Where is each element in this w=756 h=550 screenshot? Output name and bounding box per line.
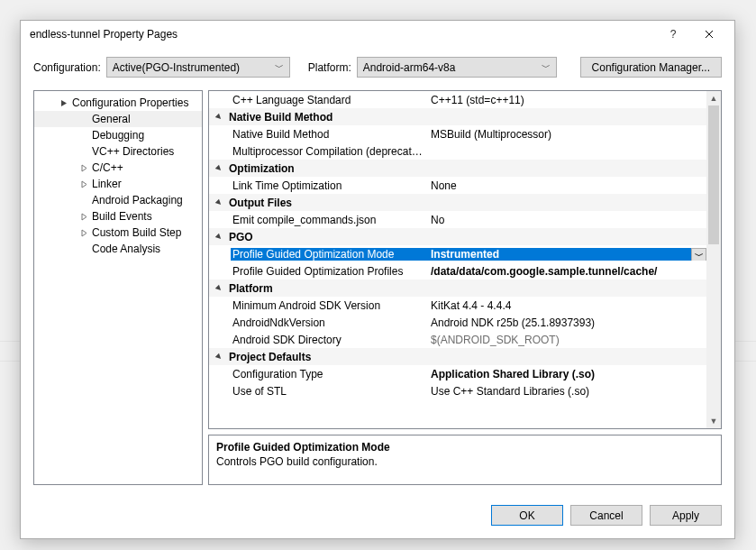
property-name: Output Files <box>227 197 427 209</box>
property-name: Native Build Method <box>231 128 427 141</box>
expand-icon[interactable] <box>77 229 90 237</box>
description-panel: Profile Guided Optimization Mode Control… <box>208 435 722 485</box>
property-row[interactable]: Minimum Android SDK VersionKitKat 4.4 - … <box>209 297 706 314</box>
platform-value: Android-arm64-v8a <box>363 61 456 74</box>
help-button[interactable]: ? <box>655 21 691 48</box>
property-name: Native Build Method <box>227 111 427 124</box>
tree-item[interactable]: Android Packaging <box>34 192 202 208</box>
property-name: AndroidNdkVersion <box>231 316 427 329</box>
tree-item[interactable]: General <box>34 111 202 127</box>
expand-icon[interactable] <box>77 164 90 172</box>
property-row[interactable]: Use of STLUse C++ Standard Libraries (.s… <box>209 382 706 399</box>
scroll-up-icon[interactable]: ▲ <box>706 91 721 105</box>
property-row[interactable]: Link Time OptimizationNone <box>209 177 706 194</box>
tree-item[interactable]: VC++ Directories <box>34 143 202 160</box>
property-row[interactable]: Emit compile_commands.jsonNo <box>209 211 706 228</box>
expand-icon[interactable] <box>77 213 90 221</box>
property-value[interactable]: Instrumented﹀ <box>427 248 706 261</box>
tree-item[interactable]: Custom Build Step <box>34 225 202 241</box>
group-header[interactable]: Project Defaults <box>209 348 706 365</box>
tree-root[interactable]: Configuration Properties <box>34 95 202 111</box>
expand-col[interactable] <box>209 198 227 206</box>
property-value[interactable]: MSBuild (Multiprocessor) <box>427 128 706 141</box>
tree-item[interactable]: Code Analysis <box>34 241 202 257</box>
expand-col[interactable] <box>209 353 227 361</box>
expand-icon[interactable] <box>77 180 90 188</box>
property-name: Project Defaults <box>227 351 427 363</box>
titlebar: endless-tunnel Property Pages ? <box>21 21 734 48</box>
property-pages-dialog: endless-tunnel Property Pages ? Configur… <box>20 20 735 539</box>
property-value[interactable]: $(ANDROID_SDK_ROOT) <box>427 334 706 346</box>
group-header[interactable]: Optimization <box>209 160 706 177</box>
property-row[interactable]: Configuration TypeApplication Shared Lib… <box>209 365 706 382</box>
property-value[interactable]: /data/data/com.google.sample.tunnel/cach… <box>427 265 706 278</box>
footer: OK Cancel Apply <box>21 496 734 538</box>
property-value[interactable]: C++11 (std=c++11) <box>427 94 706 106</box>
scroll-down-icon[interactable]: ▼ <box>706 414 721 428</box>
configuration-label: Configuration: <box>33 61 101 74</box>
group-header[interactable]: Output Files <box>209 194 706 211</box>
tree-item-label: Custom Build Step <box>92 226 181 239</box>
group-header[interactable]: Native Build Method <box>209 108 706 125</box>
ok-button[interactable]: OK <box>491 505 563 526</box>
configuration-manager-button[interactable]: Configuration Manager... <box>580 57 722 78</box>
tree-item-label: Linker <box>92 178 122 190</box>
property-grid[interactable]: C++ Language StandardC++11 (std=c++11)Na… <box>208 90 722 429</box>
configuration-dropdown[interactable]: Active(PGO-Instrumented) ﹀ <box>106 57 290 78</box>
chevron-down-icon: ﹀ <box>542 61 551 74</box>
expand-col[interactable] <box>209 284 227 292</box>
tree-item-label: Build Events <box>92 210 152 223</box>
chevron-down-icon: ﹀ <box>695 250 704 261</box>
property-value[interactable]: KitKat 4.4 - 4.4.4 <box>427 299 706 312</box>
group-header[interactable]: Platform <box>209 280 706 297</box>
scrollbar-vertical[interactable]: ▲ ▼ <box>706 91 721 428</box>
configuration-value: Active(PGO-Instrumented) <box>113 61 240 74</box>
property-value[interactable]: Use C++ Standard Libraries (.so) <box>427 385 706 398</box>
property-row[interactable]: Multiprocessor Compilation (deprecated) <box>209 142 706 160</box>
description-body: Controls PGO build configuration. <box>216 455 714 468</box>
group-header[interactable]: PGO <box>209 228 706 245</box>
window-title: endless-tunnel Property Pages <box>30 28 655 41</box>
tree-item[interactable]: Build Events <box>34 208 202 225</box>
tree-item[interactable]: C/C++ <box>34 160 202 176</box>
property-name: Configuration Type <box>231 368 427 380</box>
tree-view[interactable]: Configuration Properties GeneralDebuggin… <box>33 90 203 485</box>
cancel-button[interactable]: Cancel <box>570 505 642 526</box>
tree-item-label: General <box>92 113 131 125</box>
tree-item-label: VC++ Directories <box>92 145 174 158</box>
property-row[interactable]: Profile Guided Optimization ModeInstrume… <box>209 245 706 262</box>
apply-button[interactable]: Apply <box>650 505 722 526</box>
tree-item[interactable]: Linker <box>34 176 202 192</box>
property-name: C++ Language Standard <box>231 94 427 106</box>
property-value[interactable]: No <box>427 214 706 226</box>
property-row[interactable]: Native Build MethodMSBuild (Multiprocess… <box>209 125 706 142</box>
property-row[interactable]: Android SDK Directory$(ANDROID_SDK_ROOT) <box>209 331 706 348</box>
collapse-icon[interactable] <box>58 99 70 107</box>
expand-col[interactable] <box>209 233 227 241</box>
tree-item-label: Android Packaging <box>92 194 183 206</box>
tree-item[interactable]: Debugging <box>34 127 202 143</box>
property-name: Android SDK Directory <box>231 334 427 346</box>
dropdown-button[interactable]: ﹀ <box>691 248 706 261</box>
property-row[interactable]: Profile Guided Optimization Profiles/dat… <box>209 262 706 280</box>
property-name: PGO <box>227 231 427 243</box>
expand-col[interactable] <box>209 164 227 172</box>
right-panel: C++ Language StandardC++11 (std=c++11)Na… <box>208 90 722 485</box>
expand-col[interactable] <box>209 113 227 121</box>
property-value[interactable]: None <box>427 179 706 192</box>
tree-item-label: Debugging <box>92 129 144 142</box>
description-title: Profile Guided Optimization Mode <box>216 441 714 454</box>
close-button[interactable] <box>691 21 727 48</box>
close-icon <box>705 30 714 39</box>
property-name: Profile Guided Optimization Profiles <box>231 265 427 278</box>
scroll-track[interactable] <box>706 105 721 414</box>
property-row[interactable]: AndroidNdkVersionAndroid NDK r25b (25.1.… <box>209 314 706 331</box>
scroll-thumb[interactable] <box>708 105 719 244</box>
property-value[interactable]: Android NDK r25b (25.1.8937393) <box>427 316 706 329</box>
platform-dropdown[interactable]: Android-arm64-v8a ﹀ <box>357 57 557 78</box>
tree-item-label: C/C++ <box>92 161 123 174</box>
property-name: Profile Guided Optimization Mode <box>231 248 427 261</box>
property-value[interactable]: Application Shared Library (.so) <box>427 368 706 380</box>
property-name: Use of STL <box>231 385 427 398</box>
property-row[interactable]: C++ Language StandardC++11 (std=c++11) <box>209 91 706 108</box>
